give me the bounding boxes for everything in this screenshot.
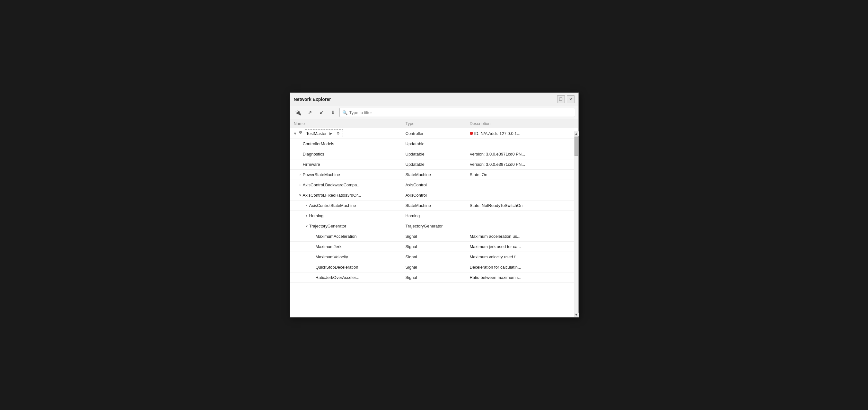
table-row[interactable]: MaximumVelocitySignalMaximum velocity us… <box>290 252 578 262</box>
node-description: Version: 3.0.0.e3971cd0 PN... <box>470 152 578 156</box>
node-name: PowerStateMachine <box>303 172 340 177</box>
collapse-icon[interactable]: ∨ <box>304 224 309 229</box>
scrollbar-thumb[interactable] <box>575 137 578 156</box>
title-bar-left: Network Explorer <box>294 97 331 102</box>
node-name: AxisControl.FixedRatios3rdOr... <box>303 193 361 198</box>
node-name: ControllerModels <box>303 141 334 146</box>
download-button[interactable]: ⬇ <box>328 108 338 117</box>
node-type: Updatable <box>406 152 470 156</box>
restore-button[interactable]: ❐ <box>557 95 565 103</box>
node-description: Maximum velocity used f... <box>470 255 578 259</box>
expand-all-button[interactable]: ↗ <box>305 108 315 117</box>
node-description: ID: N/A Addr: 127.0.0.1... <box>470 131 578 136</box>
network-explorer-window: Network Explorer ❐ ✕ 🔌 ↗ ↙ ⬇ 🔍 <box>290 92 579 318</box>
node-name: MaximumAcceleration <box>316 234 357 239</box>
node-description: Deceleration for calculatin... <box>470 265 578 270</box>
table-row[interactable]: FirmwareUpdatableVersion: 3.0.0.e3971cd0… <box>290 159 578 170</box>
node-type: Signal <box>406 265 470 270</box>
node-type: AxisControl <box>406 182 470 187</box>
expand-icon[interactable]: › <box>298 182 303 188</box>
node-name: Diagnostics <box>303 152 324 156</box>
title-bar-controls: ❐ ✕ <box>557 95 575 103</box>
node-type: Signal <box>406 244 470 249</box>
node-name-dashed: TestMaster▶⚙ <box>305 129 343 137</box>
title-bar: Network Explorer ❐ ✕ <box>290 93 578 106</box>
node-name: AxisControl.BackwardCompa... <box>303 182 361 187</box>
node-type: Updatable <box>406 141 470 146</box>
node-description: State: NotReadyToSwitchOn <box>470 203 578 208</box>
node-description: Maximum jerk used for ca... <box>470 244 578 249</box>
node-type: Controller <box>406 131 470 136</box>
node-name: Homing <box>309 213 324 218</box>
node-type: StateMachine <box>406 203 470 208</box>
table-row[interactable]: MaximumAccelerationSignalMaximum acceler… <box>290 231 578 242</box>
collapse-all-icon: ↙ <box>319 110 323 115</box>
node-description: Ratio between maximum r... <box>470 275 578 280</box>
scrollbar[interactable]: ▲ ▼ <box>574 131 578 317</box>
node-name: TrajectoryGenerator <box>309 224 346 229</box>
node-type: Signal <box>406 234 470 239</box>
node-name: QuickStopDeceleration <box>316 265 359 270</box>
close-button[interactable]: ✕ <box>567 95 575 103</box>
search-icon: 🔍 <box>342 110 347 115</box>
table-row[interactable]: ›AxisControlStateMachineStateMachineStat… <box>290 201 578 211</box>
scrollbar-down-button[interactable]: ▼ <box>574 313 579 317</box>
node-description: State: On <box>470 172 578 177</box>
node-type: Signal <box>406 275 470 280</box>
expand-icon[interactable]: › <box>304 203 309 208</box>
table-row[interactable]: MaximumJerkSignalMaximum jerk used for c… <box>290 242 578 252</box>
node-type: TrajectoryGenerator <box>406 224 470 229</box>
table-row[interactable]: RatioJerkOverAcceler...SignalRatio betwe… <box>290 272 578 283</box>
table-row[interactable]: ∨TrajectoryGeneratorTrajectoryGenerator <box>290 221 578 231</box>
collapse-all-button[interactable]: ↙ <box>316 108 327 117</box>
plug-icon: 🔌 <box>295 110 302 116</box>
table-body[interactable]: ∨ TestMaster▶⚙ControllerID: N/A Addr: 12… <box>290 128 578 317</box>
node-name: AxisControlStateMachine <box>309 203 356 208</box>
column-header-description: Description <box>470 121 578 126</box>
node-name: RatioJerkOverAcceler... <box>316 275 360 280</box>
table-row[interactable]: ›PowerStateMachineStateMachineState: On <box>290 170 578 180</box>
connect-button[interactable]: 🔌 <box>293 108 304 117</box>
close-icon: ✕ <box>569 97 572 101</box>
collapse-icon[interactable]: ∨ <box>292 131 298 136</box>
node-name: Firmware <box>303 162 320 167</box>
expand-icon[interactable]: › <box>298 172 303 177</box>
table-row[interactable]: ControllerModelsUpdatable <box>290 139 578 149</box>
window-title: Network Explorer <box>294 97 331 102</box>
node-description: Version: 3.0.0.e3971cd0 PN... <box>470 162 578 167</box>
table-row[interactable]: ∨AxisControl.FixedRatios3rdOr...AxisCont… <box>290 190 578 201</box>
table-row[interactable]: DiagnosticsUpdatableVersion: 3.0.0.e3971… <box>290 149 578 159</box>
node-type: Signal <box>406 255 470 259</box>
expand-all-icon: ↗ <box>308 110 312 115</box>
column-header-type: Type <box>406 121 470 126</box>
svg-point-0 <box>300 132 301 133</box>
node-type: Homing <box>406 213 470 218</box>
table-row[interactable]: ∨ TestMaster▶⚙ControllerID: N/A Addr: 12… <box>290 128 578 139</box>
restore-icon: ❐ <box>559 97 563 101</box>
search-input[interactable] <box>349 110 572 115</box>
status-indicator <box>470 132 473 135</box>
node-name: MaximumVelocity <box>316 255 348 259</box>
toolbar: 🔌 ↗ ↙ ⬇ 🔍 <box>290 106 578 119</box>
node-gear-icon <box>298 130 304 136</box>
scrollbar-up-button[interactable]: ▲ <box>574 131 579 136</box>
node-name: MaximumJerk <box>316 244 342 249</box>
table-row[interactable]: QuickStopDecelerationSignalDeceleration … <box>290 262 578 272</box>
node-type: AxisControl <box>406 193 470 198</box>
node-description: Maximum acceleration us... <box>470 234 578 239</box>
play-button[interactable]: ▶ <box>328 130 334 137</box>
node-type: Updatable <box>406 162 470 167</box>
node-type: StateMachine <box>406 172 470 177</box>
column-header-name: Name <box>290 121 406 126</box>
search-box: 🔍 <box>339 108 575 117</box>
expand-icon[interactable]: › <box>304 213 309 218</box>
table-row[interactable]: ›AxisControl.BackwardCompa...AxisControl <box>290 180 578 190</box>
collapse-icon[interactable]: ∨ <box>298 193 303 198</box>
table-row[interactable]: ›HomingHoming <box>290 211 578 221</box>
download-icon: ⬇ <box>331 110 335 115</box>
table-header: Name Type Description <box>290 119 578 128</box>
settings-button[interactable]: ⚙ <box>335 130 341 137</box>
